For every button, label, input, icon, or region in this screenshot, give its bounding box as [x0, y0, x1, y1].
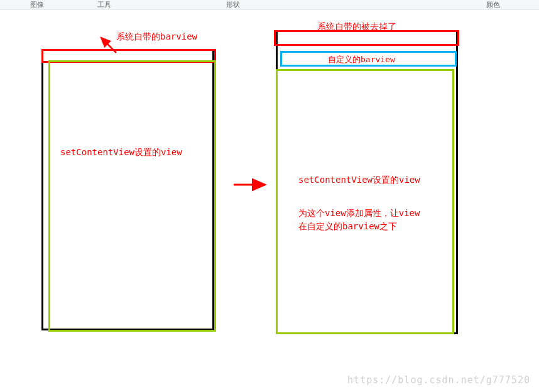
label-below-desc: 为这个view添加属性，让view在自定义的barview之下	[298, 207, 424, 233]
right-content-box	[276, 69, 454, 334]
tab-color[interactable]: 颜色	[486, 0, 500, 9]
label-system-barview: 系统自带的barview	[116, 31, 197, 43]
tab-shape[interactable]: 形状	[226, 0, 240, 9]
label-right-content: setContentView设置的view	[298, 175, 420, 186]
left-content-box	[48, 60, 216, 332]
diagram-canvas: 系统自带的barview setContentView设置的view 系统自带的…	[0, 10, 539, 392]
label-left-content: setContentView设置的view	[60, 147, 182, 158]
label-custom-bar: 自定义的barview	[328, 54, 395, 65]
label-removed-bar: 系统自带的被去掉了	[317, 21, 396, 33]
watermark-text: https://blog.csdn.net/g777520	[347, 374, 530, 386]
arrow-right-icon	[232, 177, 271, 192]
tab-tool[interactable]: 工具	[97, 0, 111, 9]
toolbar: 图像 工具 形状 颜色	[0, 0, 539, 10]
tab-image[interactable]: 图像	[30, 0, 44, 9]
svg-line-0	[101, 38, 116, 53]
